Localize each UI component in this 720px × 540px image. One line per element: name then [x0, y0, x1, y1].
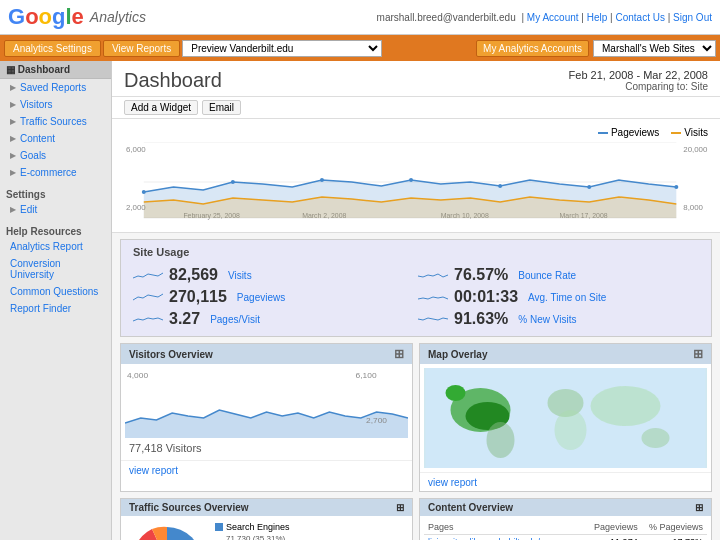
profile-select[interactable]: Preview Vanderbilt.edu — [182, 40, 382, 57]
sidebar-item-traffic[interactable]: ▶ Traffic Sources — [0, 113, 111, 130]
svg-point-18 — [587, 185, 591, 189]
col-pct: % Pageviews — [642, 520, 707, 535]
svg-text:6,000: 6,000 — [126, 145, 146, 154]
row1-pct: 17.72% — [642, 535, 707, 541]
svg-text:2,700: 2,700 — [366, 416, 387, 425]
new-visits-link[interactable]: % New Visits — [518, 314, 576, 325]
content-panel-body: Pages Pageviews % Pageviews livingsites.… — [420, 516, 711, 540]
sidebar-item-saved-reports[interactable]: ▶ Saved Reports — [0, 79, 111, 96]
svg-point-16 — [409, 178, 413, 182]
bounce-sparkline — [418, 268, 448, 282]
visitors-panel-expand-icon[interactable]: ⊞ — [394, 347, 404, 361]
row1-pageviews: 11,974 — [587, 535, 641, 541]
visitors-panel-header: Visitors Overview ⊞ — [121, 344, 412, 364]
table-row: livingsites.lib.vanderbilt.edu/... 11,97… — [424, 535, 707, 541]
conversion-label: Conversion University — [10, 258, 101, 280]
dashboard-title: Dashboard — [124, 69, 222, 92]
visits-link[interactable]: Visits — [228, 270, 252, 281]
pageviews-stat: 270,115 Pageviews — [133, 286, 414, 308]
google-logo: Google — [8, 4, 84, 30]
search-color — [215, 523, 223, 531]
usage-col-1: 82,569 Visits 270,115 Pageviews 3.27 Pag… — [133, 264, 414, 330]
sidebar-item-report-finder[interactable]: Report Finder — [0, 300, 111, 317]
map-panel-title: Map Overlay — [428, 349, 487, 360]
content-label: Content — [20, 133, 55, 144]
map-panel-expand-icon[interactable]: ⊞ — [693, 347, 703, 361]
map-view-report-link[interactable]: view report — [428, 477, 477, 488]
view-reports-btn[interactable]: View Reports — [103, 40, 180, 57]
navbar-right: My Analytics Accounts Marshall's Web Sit… — [476, 40, 716, 57]
sidebar-item-conversion[interactable]: Conversion University — [0, 255, 111, 283]
my-analytics-btn[interactable]: My Analytics Accounts — [476, 40, 589, 57]
site-usage: Site Usage 82,569 Visits 270,115 Pagevie… — [120, 239, 712, 337]
svg-point-32 — [446, 385, 466, 401]
svg-text:4,000: 4,000 — [127, 371, 148, 380]
content-panel-title: Content Overview — [428, 502, 513, 513]
content-area: Dashboard Feb 21, 2008 - Mar 22, 2008 Co… — [112, 61, 720, 540]
map-container — [424, 368, 707, 468]
visitors-view-report-link[interactable]: view report — [129, 465, 178, 476]
help-label: Help Resources — [0, 222, 111, 238]
dashboard-icon: ▦ — [6, 64, 15, 75]
time-sparkline — [418, 290, 448, 304]
bounce-rate-stat: 76.57% Bounce Rate — [418, 264, 699, 286]
header: Google Analytics marshall.breed@vanderbi… — [0, 0, 720, 35]
user-email: marshall.breed@vanderbilt.edu — [377, 12, 516, 23]
sidebar-item-goals[interactable]: ▶ Goals — [0, 147, 111, 164]
website-select[interactable]: Marshall's Web Sites — [593, 40, 716, 57]
pageviews-legend-label: Pageviews — [611, 127, 659, 138]
map-panel-header: Map Overlay ⊞ — [420, 344, 711, 364]
svg-text:8,000: 8,000 — [683, 203, 703, 212]
svg-point-29 — [487, 422, 515, 458]
site-usage-title: Site Usage — [133, 246, 699, 258]
time-link[interactable]: Avg. Time on Site — [528, 292, 606, 303]
navbar: Analytics Settings View Reports Preview … — [0, 35, 720, 61]
visits-legend: Visits — [671, 127, 708, 138]
panels-row: Visitors Overview ⊞ 4,000 6,100 2,700 77… — [112, 343, 720, 492]
sidebar-help-section: Help Resources Analytics Report Conversi… — [0, 222, 111, 317]
sidebar-item-questions[interactable]: Common Questions — [0, 283, 111, 300]
usage-col-2: 76.57% Bounce Rate 00:01:33 Avg. Time on… — [418, 264, 699, 330]
pie-legend: Search Engines 71,730 (35.31%) Direct Tr… — [215, 522, 290, 540]
bounce-value: 76.57% — [454, 266, 508, 284]
arrow-icon: ▶ — [10, 168, 16, 177]
svg-point-13 — [142, 190, 146, 194]
ppv-link[interactable]: Pages/Visit — [210, 314, 260, 325]
traffic-panel-expand-icon[interactable]: ⊞ — [396, 502, 404, 513]
dashboard-date: Feb 21, 2008 - Mar 22, 2008 Comparing to… — [569, 69, 708, 92]
email-btn[interactable]: Email — [202, 100, 241, 115]
visitors-label: Visitors — [20, 99, 53, 110]
visits-legend-color — [671, 132, 681, 134]
my-account-link[interactable]: My Account — [527, 12, 579, 23]
pageviews-legend-color — [598, 132, 608, 134]
content-overview-panel: Content Overview ⊞ Pages Pageviews % Pag… — [419, 498, 712, 540]
arrow-icon: ▶ — [10, 100, 16, 109]
arrow-icon: ▶ — [10, 117, 16, 126]
add-widget-btn[interactable]: Add a Widget — [124, 100, 198, 115]
sidebar-item-edit[interactable]: ▶ Edit — [0, 201, 111, 218]
row1-page[interactable]: livingsites.lib.vanderbilt.edu/... — [424, 535, 587, 541]
content-panel-expand-icon[interactable]: ⊞ — [695, 502, 703, 513]
analytics-settings-btn[interactable]: Analytics Settings — [4, 40, 101, 57]
sign-out-link[interactable]: Sign Out — [673, 12, 712, 23]
svg-point-19 — [674, 185, 678, 189]
sidebar-item-analytics-report[interactable]: Analytics Report — [0, 238, 111, 255]
visitors-panel-body: 4,000 6,100 2,700 77,418 Visitors — [121, 364, 412, 460]
contact-link[interactable]: Contact Us — [615, 12, 664, 23]
bounce-link[interactable]: Bounce Rate — [518, 270, 576, 281]
new-visits-value: 91.63% — [454, 310, 508, 328]
report-finder-label: Report Finder — [10, 303, 71, 314]
sidebar-item-content[interactable]: ▶ Content — [0, 130, 111, 147]
dashboard-header: Dashboard Feb 21, 2008 - Mar 22, 2008 Co… — [112, 61, 720, 97]
sidebar-item-visitors[interactable]: ▶ Visitors — [0, 96, 111, 113]
help-link[interactable]: Help — [587, 12, 608, 23]
svg-text:6,100: 6,100 — [356, 371, 377, 380]
main: ▦ Dashboard ▶ Saved Reports ▶ Visitors ▶… — [0, 61, 720, 540]
traffic-panel-header: Traffic Sources Overview ⊞ — [121, 499, 412, 516]
edit-label: Edit — [20, 204, 37, 215]
pageviews-link[interactable]: Pageviews — [237, 292, 285, 303]
sidebar-settings-section: Settings ▶ Edit — [0, 185, 111, 218]
traffic-sources-panel: Traffic Sources Overview ⊞ — [120, 498, 413, 540]
sidebar-item-ecommerce[interactable]: ▶ E-commerce — [0, 164, 111, 181]
sidebar-dashboard-section: ▦ Dashboard ▶ Saved Reports ▶ Visitors ▶… — [0, 61, 111, 181]
